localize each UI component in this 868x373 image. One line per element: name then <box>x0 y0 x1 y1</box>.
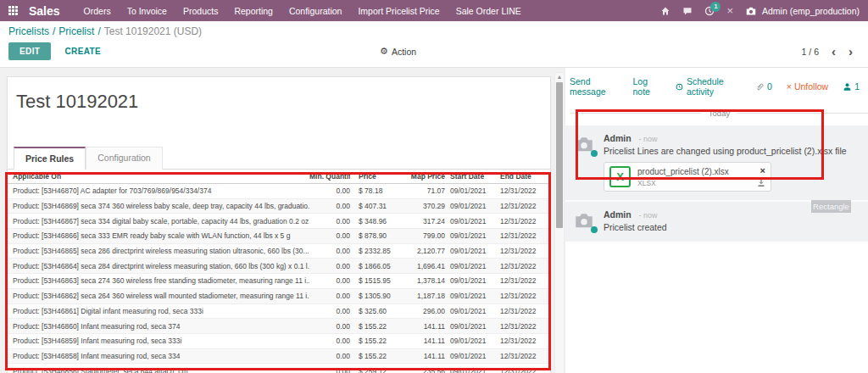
start-date-cell: 09/01/2021 <box>445 247 499 255</box>
main-menu: Orders To Invoice Products Reporting Con… <box>84 6 521 16</box>
start-date-cell: 09/01/2021 <box>445 352 499 360</box>
scrollbar-thumb[interactable] <box>556 82 563 228</box>
price-cell: $ 78.18 <box>350 186 406 195</box>
menu-to-invoice[interactable]: To Invoice <box>127 6 167 16</box>
pricelist-row[interactable]: Product: [53H46861] Digital infant measu… <box>8 304 550 320</box>
action-menu[interactable]: ⚙ Action <box>380 46 416 57</box>
pricelist-row[interactable]: Product: [53H46862] seca 264 360 wireles… <box>8 289 550 304</box>
followers-button[interactable]: 1 <box>843 81 860 92</box>
message-author[interactable]: Admin <box>604 133 632 143</box>
pricelist-row[interactable]: Product: [53H46870] AC adapter for 703/7… <box>8 184 550 199</box>
unfollow-x-icon: × <box>787 81 792 92</box>
user-menu[interactable]: Admin (emp_production) <box>745 5 860 17</box>
pricelist-title: Test 10192021 <box>16 91 550 113</box>
map-price-cell: 1,187.18 <box>406 292 445 300</box>
apps-grid-icon[interactable] <box>8 6 18 15</box>
map-price-cell: 317.24 <box>406 217 445 225</box>
unfollow-button[interactable]: × Unfollow <box>787 81 828 92</box>
app-name[interactable]: Sales <box>29 4 60 18</box>
edit-button[interactable]: EDIT <box>8 42 51 60</box>
attachments-button[interactable]: 0 <box>755 81 772 92</box>
min-quantity-cell: 0.00 <box>309 262 350 270</box>
schedule-activity-button[interactable]: Schedule activity <box>676 76 741 97</box>
menu-import-pricelist-price[interactable]: Import Pricelist Price <box>358 6 439 16</box>
tab-price-rules[interactable]: Price Rules <box>14 147 86 170</box>
price-cell: $ 325.60 <box>350 307 406 315</box>
pricelist-row[interactable]: Product: [53H46856] Stadiometer, seca 64… <box>8 364 550 373</box>
pricelist-row[interactable]: Product: [53H46859] Infant measuring rod… <box>8 334 550 349</box>
start-date-cell: 09/01/2021 <box>445 231 499 240</box>
pricelist-row[interactable]: Product: [53H46860] Infant measuring rod… <box>8 319 550 334</box>
col-applicable-on[interactable]: Applicable On <box>8 172 309 181</box>
min-quantity-cell: 0.00 <box>309 292 350 300</box>
scrollbar-up-icon[interactable]: ▲ <box>555 73 564 81</box>
online-status-dot <box>591 226 598 233</box>
col-price[interactable]: Price <box>350 172 406 181</box>
attachment-name[interactable]: product_pricelist (2).xlsx <box>637 167 729 176</box>
pricelist-row[interactable]: Product: [53H46858] Infant measuring rod… <box>8 349 550 365</box>
pricelist-row[interactable]: Product: [53H46866] seca 333 EMR ready b… <box>8 229 550 244</box>
notebook-tabs: Price Rules Configuration <box>8 147 550 170</box>
attachment-delete-icon[interactable]: × <box>760 166 765 175</box>
activities-icon[interactable]: 1 <box>704 6 715 16</box>
col-end-date[interactable]: End Date <box>499 172 550 181</box>
applicable-on-cell: Product: [53H46861] Digital infant measu… <box>8 307 309 315</box>
clock-icon <box>676 82 683 92</box>
map-price-cell: 2,120.77 <box>406 247 445 255</box>
pricelist-row[interactable]: Product: [53H46867] seca 334 digital bab… <box>8 214 550 229</box>
chatter-panel: Send message Log note Schedule activity … <box>565 68 868 373</box>
end-date-cell: 12/31/2022 <box>499 262 550 270</box>
topbar-right: 1 × Admin (emp_production) <box>660 5 860 17</box>
create-button[interactable]: CREATE <box>64 47 101 56</box>
menu-sale-order-line[interactable]: Sale Order LINE <box>456 6 521 16</box>
person-icon <box>843 82 852 92</box>
min-quantity-cell: 0.00 <box>309 217 350 225</box>
col-min-quantity[interactable]: Min. Quantity <box>309 172 350 181</box>
col-start-date[interactable]: Start Date <box>445 172 499 181</box>
start-date-cell: 09/01/2021 <box>445 202 499 210</box>
price-cell: $ 259.12 <box>350 367 406 373</box>
date-divider: Today <box>570 109 868 118</box>
pricelist-row[interactable]: Product: [53H46869] seca 374 360 wireles… <box>8 199 550 214</box>
menu-orders[interactable]: Orders <box>84 6 111 16</box>
menu-products[interactable]: Products <box>183 6 218 16</box>
message-time: - now <box>639 135 658 143</box>
form-scrollbar[interactable]: ▲ <box>554 72 565 373</box>
pager-next-icon[interactable]: › <box>849 45 853 58</box>
send-message-button[interactable]: Send message <box>570 76 618 97</box>
map-price-cell: 799.00 <box>406 231 445 240</box>
col-map-price[interactable]: Map Price <box>406 172 445 181</box>
follower-count: 1 <box>854 81 860 92</box>
messages-icon[interactable] <box>682 6 693 16</box>
pricelist-row[interactable]: Product: [53H46863] seca 274 360 wireles… <box>8 274 550 289</box>
message-body: Pricelist created <box>604 222 667 232</box>
applicable-on-cell: Product: [53H46866] seca 333 EMR ready b… <box>8 231 309 240</box>
menu-reporting[interactable]: Reporting <box>234 6 273 16</box>
attachment-card[interactable]: X product_pricelist (2).xlsx XLSX × <box>604 162 771 192</box>
avatar[interactable] <box>573 209 597 233</box>
download-icon[interactable] <box>757 179 765 187</box>
tab-configuration[interactable]: Configuration <box>86 147 162 170</box>
breadcrumb-pricelists[interactable]: Pricelists <box>8 25 49 37</box>
price-cell: $ 155.22 <box>350 337 406 345</box>
map-price-cell: 141.11 <box>406 352 445 360</box>
close-icon[interactable]: × <box>726 5 733 16</box>
paperclip-icon <box>755 82 765 92</box>
min-quantity-cell: 0.00 <box>309 367 350 373</box>
price-cell: $ 1866.05 <box>350 262 406 270</box>
home-icon[interactable] <box>660 6 670 16</box>
end-date-cell: 12/31/2022 <box>499 307 550 315</box>
price-cell: $ 155.22 <box>350 352 406 360</box>
breadcrumb-current: Test 10192021 (USD) <box>104 25 202 37</box>
applicable-on-cell: Product: [53H46859] Infant measuring rod… <box>8 337 309 345</box>
pricelist-row[interactable]: Product: [53H46865] seca 286 directprint… <box>8 244 550 259</box>
menu-configuration[interactable]: Configuration <box>289 6 342 16</box>
pricelist-row[interactable]: Product: [53H46864] seca 284 directprint… <box>8 259 550 274</box>
message-author[interactable]: Admin <box>604 209 632 220</box>
breadcrumb-pricelist[interactable]: Pricelist <box>58 25 94 37</box>
avatar[interactable] <box>573 133 597 157</box>
min-quantity-cell: 0.00 <box>309 231 350 240</box>
start-date-cell: 09/01/2021 <box>445 217 499 225</box>
pager-previous-icon[interactable]: ‹ <box>832 45 836 58</box>
log-note-button[interactable]: Log note <box>632 76 661 97</box>
